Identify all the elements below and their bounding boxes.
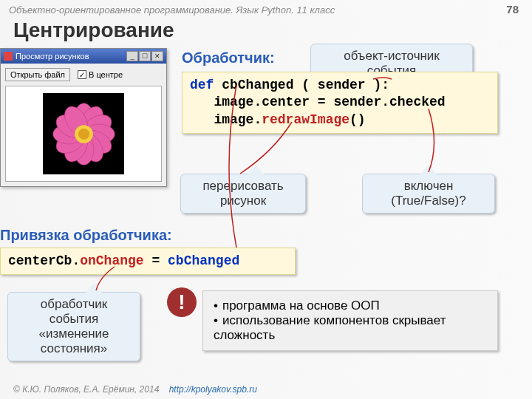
app-icon (4, 52, 13, 61)
footer: © К.Ю. Поляков, Е.А. Ерёмин, 2014 http:/… (13, 384, 257, 395)
flower-image (43, 93, 124, 174)
footer-url: http://kpolyakov.spb.ru (169, 384, 257, 395)
handler-label: Обработчик: (182, 50, 275, 66)
course-header: Объектно-ориентированное программировани… (0, 0, 532, 17)
window-title-text: Просмотр рисунков (16, 52, 89, 61)
callout-checked: включен (True/False)? (362, 174, 495, 214)
exclamation-icon: ! (167, 287, 197, 317)
open-file-button[interactable]: Открыть файл (5, 68, 70, 81)
svg-point-13 (78, 128, 89, 139)
maximize-icon[interactable]: ☐ (139, 51, 151, 61)
binding-label: Привязка обработчика: (0, 227, 172, 244)
oop-summary-box: программа на основе ООП использование ко… (202, 290, 498, 351)
callout-redraw: перерисовать рисунок (180, 174, 306, 214)
window-titlebar: Просмотр рисунков _ ☐ ✕ (1, 49, 166, 64)
image-canvas (5, 86, 162, 182)
minimize-icon[interactable]: _ (126, 51, 138, 61)
checkbox-icon: ✓ (78, 70, 86, 79)
window-controls: _ ☐ ✕ (126, 51, 163, 61)
center-checkbox[interactable]: ✓ В центре (78, 70, 123, 79)
checkbox-label: В центре (89, 70, 123, 79)
oop-item-2: использование компонентов скрывает сложн… (214, 313, 487, 343)
handler-code: def cbChanged ( sender ): image.center =… (182, 72, 498, 134)
page-number: 78 (506, 3, 519, 16)
binding-code: centerCb.onChange = cbChanged (0, 248, 296, 275)
image-viewer-window: Просмотр рисунков _ ☐ ✕ Открыть файл ✓ В… (0, 48, 167, 187)
footer-authors: © К.Ю. Поляков, Е.А. Ерёмин, 2014 (13, 384, 159, 395)
oop-item-1: программа на основе ООП (214, 299, 487, 313)
close-icon[interactable]: ✕ (151, 51, 163, 61)
callout-handler-desc: обработчик события «изменение состояния» (7, 292, 140, 361)
